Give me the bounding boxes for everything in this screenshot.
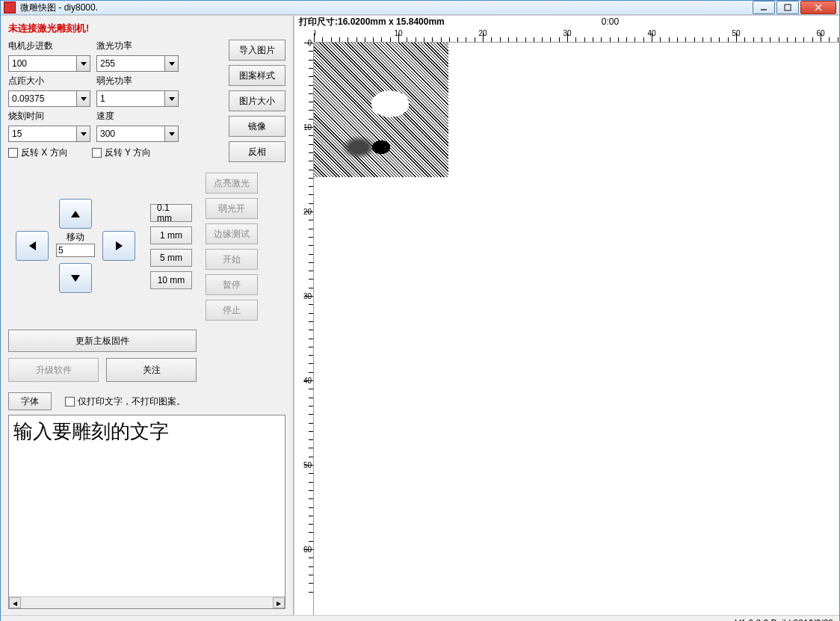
laser-power-combo[interactable]: [96, 55, 179, 72]
main-row: 未连接激光雕刻机! 电机步进数 激光功率 点距大小 弱光功率 烧刻时: [1, 16, 839, 615]
move-label: 移动: [53, 231, 98, 244]
move-left-button[interactable]: [16, 231, 49, 261]
pause-button[interactable]: 暂停: [206, 274, 258, 295]
preview-image: [314, 43, 448, 177]
start-button[interactable]: 开始: [206, 249, 258, 270]
speed-label: 速度: [96, 110, 179, 123]
chevron-down-icon[interactable]: [76, 56, 90, 71]
engrave-text-input[interactable]: [9, 415, 285, 596]
svg-rect-1: [785, 4, 791, 10]
client-area: 未连接激光雕刻机! 电机步进数 激光功率 点距大小 弱光功率 烧刻时: [1, 15, 839, 621]
move-right-button[interactable]: [102, 231, 135, 261]
edge-test-button[interactable]: 边缘测试: [206, 223, 258, 244]
step-01mm-button[interactable]: 0.1 mm: [150, 204, 192, 222]
flip-x-label: 反转 X 方向: [21, 146, 68, 159]
ruler-horizontal: 0102030405060: [314, 28, 839, 43]
status-bar: V1.0.0.3 Build 2016/9/22: [1, 615, 839, 621]
horizontal-scrollbar[interactable]: ◂ ▸: [9, 596, 285, 608]
connection-warning: 未连接激光雕刻机!: [8, 22, 285, 35]
burn-time-input[interactable]: [9, 126, 76, 141]
burn-time-combo[interactable]: [8, 126, 90, 142]
weak-power-label: 弱光功率: [96, 75, 179, 87]
move-up-button[interactable]: [59, 199, 92, 229]
canvas-area[interactable]: [314, 43, 839, 615]
window-controls: [753, 1, 836, 14]
pattern-style-button[interactable]: 图案样式: [229, 65, 285, 86]
weak-power-combo[interactable]: [96, 90, 179, 107]
step-size-column: 0.1 mm 1 mm 5 mm 10 mm: [150, 204, 192, 289]
follow-button[interactable]: 关注: [106, 358, 197, 382]
titlebar: 微雕快图 - diy8000.: [1, 1, 839, 15]
image-size-button[interactable]: 图片大小: [229, 90, 285, 111]
move-down-button[interactable]: [59, 263, 92, 293]
laser-column: 点亮激光 弱光开 边缘测试 开始 暂停 停止: [206, 173, 258, 321]
laser-on-button[interactable]: 点亮激光: [206, 173, 258, 194]
import-image-button[interactable]: 导入图片: [229, 40, 285, 61]
engrave-text-area: ◂ ▸: [8, 415, 285, 609]
laser-power-input[interactable]: [97, 56, 164, 71]
weak-power-input[interactable]: [97, 91, 164, 106]
left-panel: 未连接激光雕刻机! 电机步进数 激光功率 点距大小 弱光功率 烧刻时: [1, 16, 294, 615]
chevron-down-icon[interactable]: [76, 126, 90, 141]
update-firmware-button[interactable]: 更新主板固件: [8, 330, 197, 352]
motor-steps-input[interactable]: [9, 56, 76, 71]
scroll-right-icon[interactable]: ▸: [273, 597, 285, 608]
canvas-header: 打印尺寸:16.0200mm x 15.8400mm 0:00: [294, 16, 839, 28]
flip-y-label: 反转 Y 方向: [105, 146, 151, 159]
timer-label: 0:00: [602, 16, 619, 27]
maximize-button[interactable]: [776, 1, 799, 14]
weak-on-button[interactable]: 弱光开: [206, 198, 258, 219]
close-button[interactable]: [800, 1, 836, 14]
chevron-down-icon[interactable]: [164, 56, 178, 71]
flip-y-checkbox[interactable]: 反转 Y 方向: [92, 146, 151, 159]
speed-combo[interactable]: [96, 126, 179, 142]
mirror-button[interactable]: 镜像: [229, 116, 285, 137]
motor-steps-combo[interactable]: [8, 55, 90, 72]
window-title: 微雕快图 - diy8000.: [20, 1, 753, 14]
version-label: V1.0.0.3 Build 2016/9/22: [735, 618, 833, 622]
app-window: 微雕快图 - diy8000. 未连接激光雕刻机! 电机步进数 激光功率: [0, 0, 840, 621]
invert-button[interactable]: 反相: [229, 141, 285, 162]
minimize-button[interactable]: [753, 1, 775, 14]
flip-x-checkbox[interactable]: 反转 X 方向: [8, 146, 68, 159]
motor-steps-label: 电机步进数: [8, 40, 90, 52]
canvas-panel: 打印尺寸:16.0200mm x 15.8400mm 0:00 01020304…: [294, 16, 839, 615]
stop-button[interactable]: 停止: [206, 300, 258, 321]
dot-dist-label: 点距大小: [8, 75, 90, 87]
move-dpad: 移动: [8, 199, 143, 294]
burn-time-label: 烧刻时间: [8, 110, 90, 123]
chevron-down-icon[interactable]: [76, 91, 90, 106]
move-distance-input[interactable]: [56, 244, 95, 257]
font-button[interactable]: 字体: [8, 392, 52, 410]
dot-dist-combo[interactable]: [8, 90, 90, 107]
print-text-only-label: 仅打印文字，不打印图案。: [78, 395, 185, 408]
laser-power-label: 激光功率: [96, 40, 179, 52]
scroll-track[interactable]: [21, 597, 273, 608]
step-1mm-button[interactable]: 1 mm: [150, 226, 192, 244]
speed-input[interactable]: [97, 126, 164, 141]
step-10mm-button[interactable]: 10 mm: [150, 271, 192, 289]
print-size-label: 打印尺寸:16.0200mm x 15.8400mm: [299, 16, 445, 28]
dot-dist-input[interactable]: [9, 91, 76, 106]
app-icon: [4, 1, 16, 13]
step-5mm-button[interactable]: 5 mm: [150, 249, 192, 267]
print-text-only-checkbox[interactable]: 仅打印文字，不打印图案。: [65, 395, 185, 408]
scroll-left-icon[interactable]: ◂: [9, 597, 21, 608]
chevron-down-icon[interactable]: [164, 91, 178, 106]
upgrade-software-button[interactable]: 升级软件: [8, 358, 99, 382]
chevron-down-icon[interactable]: [164, 126, 178, 141]
ruler-vertical: 0102030405060: [294, 43, 314, 615]
